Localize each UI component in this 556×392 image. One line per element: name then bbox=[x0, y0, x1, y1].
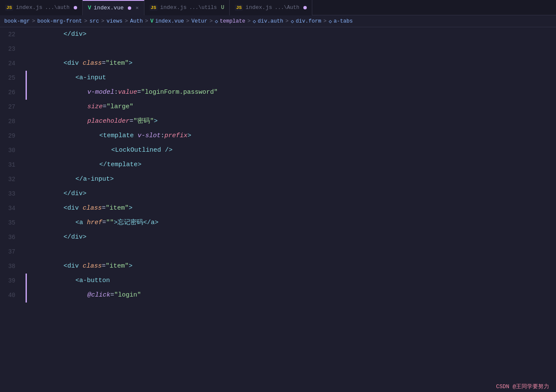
code-line bbox=[26, 245, 556, 259]
breadcrumb-sep: > bbox=[248, 18, 251, 24]
line-number: 37 bbox=[3, 245, 15, 259]
line-numbers: 22232425262728293031323334353637383940 bbox=[0, 27, 22, 392]
code-token: "item" bbox=[106, 201, 129, 216]
accent-bar bbox=[26, 274, 27, 288]
breadcrumb-sep: > bbox=[101, 18, 105, 24]
bc-book-mrg-front[interactable]: book-mrg-front bbox=[37, 18, 82, 24]
code-token: <LockOutlined /> bbox=[111, 143, 173, 158]
code-token: class bbox=[83, 56, 102, 71]
code-line: </template> bbox=[26, 158, 556, 172]
line-number: 36 bbox=[3, 230, 15, 245]
breadcrumb: book-mgr > book-mrg-front > src > views … bbox=[0, 15, 556, 27]
code-token: <a bbox=[75, 216, 87, 230]
code-token: "large" bbox=[107, 100, 133, 114]
line-number: 27 bbox=[3, 100, 15, 114]
code-token: <div bbox=[63, 56, 83, 71]
tab-path: ...\auth bbox=[45, 5, 70, 11]
breadcrumb-sep: > bbox=[145, 18, 148, 24]
js-icon: JS bbox=[150, 5, 158, 11]
tab-index-auth2[interactable]: JS index.js ...\Auth bbox=[230, 0, 312, 15]
code-token: "密码" bbox=[133, 114, 154, 129]
code-token: "loginForm.password" bbox=[141, 85, 218, 100]
code-token: = bbox=[130, 114, 133, 129]
code-line: </div> bbox=[26, 187, 556, 201]
code-token: = bbox=[102, 56, 106, 71]
code-token: = bbox=[102, 259, 106, 274]
line-number: 33 bbox=[3, 187, 15, 201]
code-line: </div> bbox=[26, 230, 556, 245]
line-number: 22 bbox=[3, 27, 15, 42]
tab-index-utils[interactable]: JS index.js ...\utils U bbox=[144, 0, 230, 15]
code-editor[interactable]: 22232425262728293031323334353637383940 <… bbox=[0, 27, 556, 392]
code-token: > bbox=[187, 129, 191, 143]
code-line: </a-input> bbox=[26, 172, 556, 187]
code-token: v-model bbox=[87, 85, 114, 100]
vue-breadcrumb-icon: V bbox=[150, 18, 154, 24]
bc-auth[interactable]: Auth bbox=[130, 18, 143, 24]
code-token: <div bbox=[63, 201, 83, 216]
code-line: <a-button bbox=[26, 274, 556, 288]
bc-div-form[interactable]: div.form bbox=[296, 18, 321, 24]
code-token: </a-input> bbox=[75, 172, 114, 187]
code-line: <div class="item"> bbox=[26, 201, 556, 216]
code-line: <LockOutlined /> bbox=[26, 143, 556, 158]
div-auth-icon: ◇ bbox=[253, 18, 256, 25]
code-token: = bbox=[110, 288, 114, 303]
code-token: class bbox=[83, 201, 102, 216]
code-line: </div> bbox=[26, 27, 556, 42]
code-line: size="large" bbox=[26, 100, 556, 114]
tab-label: index.js bbox=[160, 4, 187, 11]
bc-index-vue[interactable]: index.vue bbox=[155, 18, 184, 24]
accent-bar bbox=[26, 85, 27, 100]
code-token: "item" bbox=[106, 259, 129, 274]
code-line: v-model:value="loginForm.password" bbox=[26, 85, 556, 100]
bc-src[interactable]: src bbox=[89, 18, 99, 24]
modified-indicator bbox=[128, 6, 131, 10]
code-token: </div> bbox=[63, 27, 86, 42]
code-token: = bbox=[103, 100, 107, 114]
line-number: 32 bbox=[3, 172, 15, 187]
tab-path: ...\Auth bbox=[275, 5, 300, 11]
code-token: <a-input bbox=[75, 71, 106, 85]
bc-div-auth[interactable]: div.auth bbox=[258, 18, 283, 24]
breadcrumb-sep: > bbox=[323, 18, 327, 24]
bc-a-tabs[interactable]: a-tabs bbox=[334, 18, 353, 24]
code-line bbox=[26, 42, 556, 56]
code-line: <div class="item"> bbox=[26, 259, 556, 274]
code-token: @click bbox=[87, 288, 110, 303]
breadcrumb-sep: > bbox=[285, 18, 289, 24]
accent-bar bbox=[26, 288, 27, 303]
line-number: 38 bbox=[3, 259, 15, 274]
line-number: 31 bbox=[3, 158, 15, 172]
breadcrumb-sep: > bbox=[32, 18, 35, 24]
js-icon: JS bbox=[5, 5, 13, 11]
tab-index-vue[interactable]: V index.vue ✕ bbox=[83, 0, 144, 15]
code-token: > bbox=[154, 114, 158, 129]
div-form-icon: ◇ bbox=[291, 18, 294, 25]
tab-bar: JS index.js ...\auth V index.vue ✕ JS in… bbox=[0, 0, 556, 15]
accent-bar bbox=[26, 71, 27, 85]
code-token: > bbox=[129, 56, 133, 71]
code-token: "" bbox=[106, 216, 114, 230]
bc-vetur[interactable]: Vetur bbox=[191, 18, 207, 24]
tab-label: index.js bbox=[16, 4, 42, 11]
code-token: </div> bbox=[63, 230, 86, 245]
code-token: = bbox=[102, 216, 106, 230]
line-number: 34 bbox=[3, 201, 15, 216]
tab-index-auth[interactable]: JS index.js ...\auth bbox=[0, 0, 83, 15]
breadcrumb-sep: > bbox=[186, 18, 190, 24]
tab-close-button[interactable]: ✕ bbox=[135, 5, 138, 11]
breadcrumb-sep: > bbox=[125, 18, 128, 24]
code-line: <template v-slot:prefix> bbox=[26, 129, 556, 143]
bc-views[interactable]: views bbox=[107, 18, 123, 24]
code-token: = bbox=[102, 201, 106, 216]
bc-book-mgr[interactable]: book-mgr bbox=[4, 18, 30, 24]
code-token: <a-button bbox=[75, 274, 110, 288]
code-line: <a href="">忘记密码</a> bbox=[26, 216, 556, 230]
code-token: "item" bbox=[106, 56, 129, 71]
code-token: class bbox=[83, 259, 102, 274]
code-token: >忘记密码</a> bbox=[114, 216, 158, 230]
bc-template[interactable]: template bbox=[220, 18, 245, 24]
unsaved-indicator: U bbox=[221, 5, 224, 11]
a-tabs-icon: ◇ bbox=[328, 18, 332, 25]
